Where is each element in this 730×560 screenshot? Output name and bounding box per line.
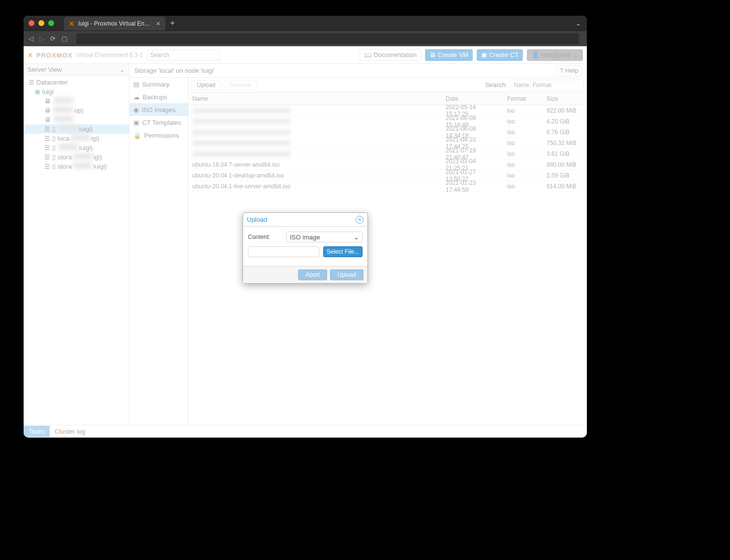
browser-window: ✕ luigi - Proxmox Virtual Environm ✕ + ⌄… xyxy=(24,16,587,438)
reader-icon[interactable]: ▢ xyxy=(61,35,67,42)
url-bar[interactable] xyxy=(76,33,579,44)
dialog-body: Content: ISO image ⌄ Select File... xyxy=(243,227,367,266)
browser-tab[interactable]: ✕ luigi - Proxmox Virtual Environm ✕ xyxy=(64,17,165,30)
browser-tab-strip: ✕ luigi - Proxmox Virtual Environm ✕ + ⌄ xyxy=(24,16,587,30)
traffic-lights xyxy=(29,20,54,26)
abort-button[interactable]: Abort xyxy=(298,269,327,280)
nav-back-icon[interactable]: ◁ xyxy=(29,35,33,42)
content-field-label: Content: xyxy=(248,234,282,240)
dialog-title: Upload xyxy=(247,216,267,223)
tab-title: luigi - Proxmox Virtual Environm xyxy=(78,20,152,27)
reload-icon[interactable]: ⟳ xyxy=(50,35,56,42)
dialog-header[interactable]: Upload ✕ xyxy=(243,213,367,227)
dialog-close-icon[interactable]: ✕ xyxy=(356,216,364,224)
close-window-icon[interactable] xyxy=(29,20,34,26)
dialog-footer: Abort Upload xyxy=(243,266,367,283)
upload-dialog: Upload ✕ Content: ISO image ⌄ Select Fil… xyxy=(243,212,368,284)
chevron-down-icon: ⌄ xyxy=(354,234,359,241)
browser-toolbar: ◁ ▷ ⟳ ▢ xyxy=(24,30,587,46)
tab-overflow-icon[interactable]: ⌄ xyxy=(576,20,581,27)
proxmox-favicon-icon: ✕ xyxy=(69,20,74,28)
minimize-window-icon[interactable] xyxy=(38,20,44,26)
maximize-window-icon[interactable] xyxy=(48,20,54,26)
new-tab-button[interactable]: + xyxy=(170,19,175,28)
content-select[interactable]: ISO image ⌄ xyxy=(286,232,363,242)
tab-close-icon[interactable]: ✕ xyxy=(156,21,160,27)
content-select-value: ISO image xyxy=(290,234,320,241)
nav-forward-icon: ▷ xyxy=(39,35,44,42)
select-file-button[interactable]: Select File... xyxy=(323,246,363,257)
upload-submit-button[interactable]: Upload xyxy=(330,269,364,280)
file-path-input[interactable] xyxy=(248,246,319,257)
